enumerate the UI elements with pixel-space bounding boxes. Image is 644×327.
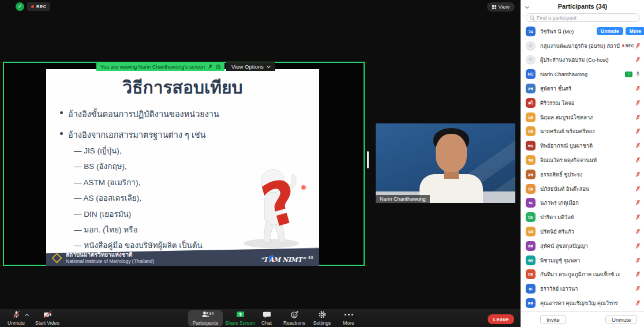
invite-button[interactable]: Invite bbox=[540, 315, 566, 324]
participant-row[interactable]: จผ จิณณวัตร ผดุงกิจจานนท์ bbox=[521, 153, 644, 167]
unmute-label: Unmute bbox=[8, 320, 25, 326]
meeting-topbar: ✓ REC View bbox=[0, 0, 521, 15]
start-video-button[interactable]: Start Video bbox=[30, 310, 65, 326]
participant-name: คุณอารดา คุณเชิญขวัญ คุณวีรกร bbox=[540, 299, 618, 307]
participant-search-box[interactable] bbox=[526, 13, 640, 22]
participant-avatar: คค bbox=[526, 298, 536, 308]
participant-recording-badge: REC bbox=[622, 44, 634, 48]
participant-avatar: ศโ bbox=[526, 98, 536, 108]
slide-sub-item-list: — JIS (ญี่ปุ่น),— BS (อังกฤษ),— ASTM (อเ… bbox=[74, 143, 203, 254]
mic-muted-icon bbox=[635, 257, 641, 264]
mic-muted-icon bbox=[635, 85, 641, 92]
participant-row[interactable]: ผู้ประสานงานอบรม (Co-host) bbox=[521, 53, 644, 67]
participant-row[interactable]: ทบ ทิพย์อาภรณ์ บุษผาชาติ bbox=[521, 138, 644, 153]
view-options-label: View Options bbox=[231, 63, 264, 70]
audio-options-caret[interactable] bbox=[25, 314, 29, 317]
participant-avatar: นส bbox=[526, 112, 536, 122]
grid-icon bbox=[492, 5, 494, 7]
participant-avatar: ปอ bbox=[526, 184, 536, 194]
security-shield-icon[interactable]: ✓ bbox=[16, 2, 24, 11]
participant-avatar: ธเ bbox=[526, 284, 536, 294]
participant-row[interactable]: ปศ ปรัตนิย์ ศรีแก้ว bbox=[521, 224, 644, 239]
participant-list: วน วัชรีพร นี (Me) Unmute More bbox=[521, 24, 644, 311]
rec-dot-icon bbox=[31, 5, 34, 8]
share-screen-icon bbox=[236, 310, 245, 319]
mic-live-icon bbox=[635, 71, 641, 77]
participants-button[interactable]: 34 Participants bbox=[188, 310, 223, 326]
participant-avatar: พจ bbox=[526, 255, 536, 265]
participants-panel-header: Participants (34) bbox=[521, 0, 644, 12]
participants-panel: Participants (34) วน วัชรีพร นี (Me) Unm… bbox=[521, 0, 644, 327]
start-video-label: Start Video bbox=[35, 320, 59, 326]
panel-collapse-button[interactable] bbox=[526, 3, 534, 10]
participant-row[interactable]: นพ นายศรัณย์ พร้อมศรีทอง bbox=[521, 125, 644, 139]
slide-footer: สถาบันมาตรวิทยาแห่งชาติ National Institu… bbox=[46, 247, 319, 266]
participant-row[interactable]: กลุ่มงานพัฒนาธุรกิจ (อบรม) สถาบันมาตร...… bbox=[521, 39, 644, 53]
chat-label: Chat bbox=[261, 320, 272, 326]
speaker-video-thumbnail[interactable]: Narin Chanthawong bbox=[376, 123, 515, 203]
chevron-down-icon bbox=[267, 64, 271, 68]
participant-name: Narin Chanthawong bbox=[540, 72, 587, 77]
slide-sub-item: — AS (ออสเตรเลีย), bbox=[74, 190, 203, 206]
unmute-all-button[interactable]: Unmute bbox=[605, 315, 637, 324]
mic-muted-icon bbox=[635, 228, 641, 235]
participant-avatar-image bbox=[526, 41, 536, 51]
participant-row[interactable]: NC Narin Chanthawong ↑ bbox=[521, 67, 644, 81]
mic-muted-icon bbox=[635, 271, 641, 277]
leave-button[interactable]: Leave bbox=[488, 314, 514, 324]
settings-label: Settings bbox=[313, 320, 331, 326]
participant-row[interactable]: สช สุพัตรา ชั้นศรี bbox=[521, 81, 644, 96]
slide-sub-item: — ASTM (อเมริกา), bbox=[74, 175, 203, 190]
participant-name: ปรัตนิย์ ศรีแก้ว bbox=[540, 227, 574, 236]
chevron-down-icon bbox=[525, 4, 529, 8]
participant-name: นิฤมล สมบูรณ์โชคลาภ bbox=[540, 113, 593, 122]
participant-name: สุพัตรา ชั้นศรี bbox=[540, 84, 571, 93]
more-label: More bbox=[343, 320, 354, 326]
search-input[interactable] bbox=[537, 15, 636, 21]
participant-row[interactable]: ปอ ปภัสธนันท์ อินต๊ะสอน bbox=[521, 182, 644, 196]
rec-label: REC bbox=[36, 4, 46, 9]
slide-page-number: 40 bbox=[308, 255, 313, 260]
participant-name: ผู้ประสานงานอบรม (Co-host) bbox=[540, 55, 609, 64]
participant-row[interactable]: วน วัชรีพร นี (Me) Unmute More bbox=[521, 24, 644, 39]
participant-row[interactable]: นส นิฤมล สมบูรณ์โชคลาภ bbox=[521, 110, 644, 125]
meeting-main-area: ✓ REC View You are viewing Narin Chantha… bbox=[0, 0, 521, 327]
participant-more-button[interactable]: More bbox=[626, 27, 644, 35]
participant-row[interactable]: คค คุณอารดา คุณเชิญขวัญ คุณวีรกร bbox=[521, 296, 644, 310]
mic-muted-icon bbox=[635, 128, 641, 134]
participant-row[interactable]: สส สุทัศน์ สุขสกุลปัญญา bbox=[521, 239, 644, 253]
unmute-button[interactable]: Unmute bbox=[0, 310, 33, 326]
participant-row[interactable]: กต กันทิมา ตระกูลภูมิภาค เนสเท็กซ์ เอเชี… bbox=[521, 268, 644, 282]
slide-bullet: อ้างอิงจากเอกสารมาตรฐานต่าง ๆ เช่น bbox=[59, 128, 219, 141]
thumbnail-resize-handle[interactable] bbox=[367, 151, 369, 168]
participant-row[interactable]: อช อรรถสิทธิ์ ชูประจง bbox=[521, 167, 644, 182]
laser-pointer-dot bbox=[301, 185, 306, 190]
mic-muted-icon bbox=[635, 43, 641, 49]
svg-text:?: ? bbox=[254, 165, 307, 242]
participant-row[interactable]: นเ นภาพร เกตุเมือก bbox=[521, 196, 644, 211]
participant-row[interactable]: ปม ปาริดา มติวัลย์ bbox=[521, 210, 644, 224]
view-options-button[interactable]: View Options bbox=[226, 62, 275, 71]
slide-title: วิธีการสอบเทียบ bbox=[46, 74, 319, 101]
reactions-icon bbox=[290, 310, 299, 319]
view-layout-button[interactable]: View bbox=[487, 2, 515, 12]
more-button[interactable]: More bbox=[331, 310, 366, 326]
participants-label: Participants bbox=[193, 320, 218, 326]
participant-avatar: ปม bbox=[526, 212, 536, 222]
participant-name: ปาริดา มติวัลย์ bbox=[540, 213, 574, 221]
participant-unmute-button[interactable]: Unmute bbox=[597, 27, 623, 35]
participant-avatar: ทบ bbox=[526, 141, 536, 151]
participant-avatar: กต bbox=[526, 269, 536, 279]
participant-avatar: ปศ bbox=[526, 227, 536, 236]
participant-row[interactable]: ธเ ธราวัลย์ เยาวนา bbox=[521, 281, 644, 296]
participants-count-badge: 34 bbox=[209, 311, 214, 316]
participant-row[interactable]: ศโ ศิริวรรณ โตจอ bbox=[521, 96, 644, 110]
hide-banner-icon[interactable] bbox=[216, 65, 220, 69]
participant-avatar: สส bbox=[526, 241, 536, 251]
zoom-meeting-window: ✓ REC View You are viewing Narin Chantha… bbox=[0, 0, 644, 327]
camera-off-icon bbox=[43, 310, 52, 319]
mic-muted-icon bbox=[635, 300, 641, 306]
participant-row[interactable]: พจ พิชามญชุ์ จุมพลา bbox=[521, 253, 644, 268]
presentation-slide: วิธีการสอบเทียบ อ้างอิงขั้นตอนการปฏิบัติ… bbox=[46, 69, 319, 266]
mic-muted-icon bbox=[12, 310, 21, 319]
